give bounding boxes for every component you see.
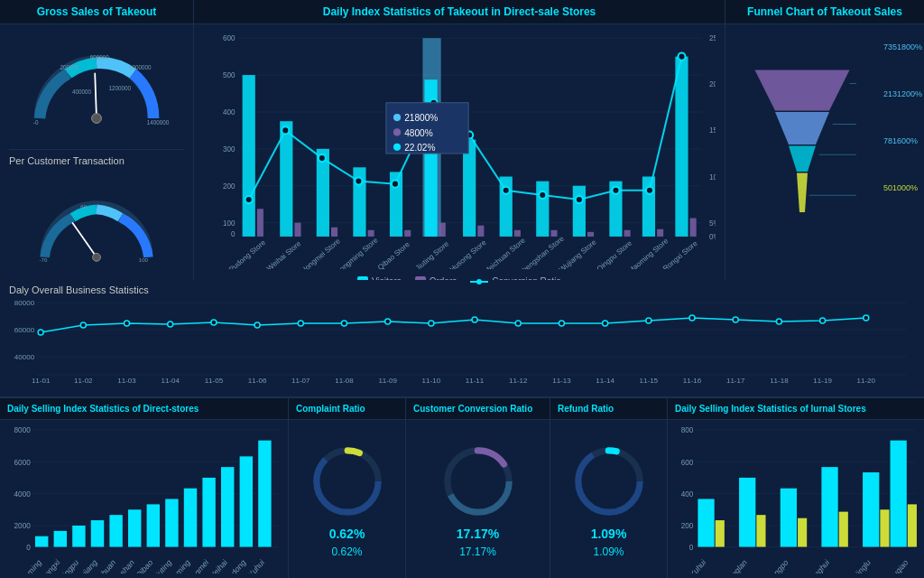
per-customer-title: Per Customer Transaction (0, 150, 193, 172)
svg-text:11-05: 11-05 (205, 377, 224, 384)
customer-conversion-gauge: 17.17% 17.17% (406, 420, 550, 578)
svg-text:Jiuting: Jiuting (152, 557, 172, 573)
refund-ratio-gauge: 1.09% 1.09% (550, 420, 667, 578)
svg-point-124 (733, 317, 738, 322)
svg-rect-159 (54, 531, 67, 547)
svg-point-112 (211, 320, 217, 325)
svg-text:1000000: 1000000 (129, 64, 152, 70)
svg-text:11-01: 11-01 (32, 377, 51, 384)
svg-text:10%: 10% (709, 173, 716, 182)
svg-point-114 (298, 321, 303, 326)
svg-rect-46 (463, 140, 476, 237)
svg-text:11-08: 11-08 (335, 377, 354, 384)
svg-point-121 (603, 321, 608, 326)
refund-gauge-svg (568, 441, 650, 522)
complaint-gauge-svg (307, 441, 388, 522)
svg-rect-47 (477, 226, 484, 237)
svg-point-71 (646, 187, 653, 194)
funnel-container: 7351800% 2131200% 781600% 501000% (725, 24, 924, 292)
svg-rect-58 (675, 57, 688, 237)
svg-rect-210 (756, 515, 765, 546)
refund-ratio-sub: 1.09% (593, 545, 624, 558)
middle-row: Daly Overall Business Statistics 80000 6… (0, 280, 924, 397)
svg-text:Qibao Store: Qibao Store (376, 240, 411, 269)
svg-text:600: 600 (223, 34, 236, 42)
svg-text:5%: 5% (709, 219, 716, 228)
funnel-title: Funnel Chart of Takeout Sales (725, 0, 924, 24)
center-panel: Daily Index Statistics of Takeout in Dir… (194, 0, 725, 292)
complaint-ratio-gauge: 0.62% 0.62% (289, 420, 405, 578)
svg-point-116 (385, 319, 391, 324)
svg-text:200000: 200000 (60, 64, 80, 70)
svg-text:11-18: 11-18 (770, 377, 789, 384)
svg-rect-49 (514, 230, 521, 237)
svg-line-9 (73, 223, 97, 257)
svg-point-125 (776, 319, 781, 324)
daily-index-title: Daily Index Statistics of Takeout in Dir… (194, 0, 725, 24)
svg-point-63 (355, 178, 362, 185)
svg-rect-33 (243, 75, 255, 237)
svg-rect-34 (257, 209, 263, 237)
svg-text:Weihai: Weihai (207, 557, 228, 573)
svg-text:Meichuan Store: Meichuan Store (483, 236, 528, 268)
svg-text:Dapuqiao: Dapuqiao (882, 557, 910, 573)
daily-selling-direct-chart: 8000 6000 4000 2000 0 (0, 420, 288, 578)
svg-text:Xuhui: Xuhui (688, 557, 707, 573)
complaint-ratio-value: 0.62% (329, 527, 365, 541)
svg-rect-170 (258, 441, 271, 547)
customer-conversion-panel: Customer Conversion Ratio 17.17% 17.17% (406, 398, 550, 578)
svg-text:0%: 0% (709, 233, 716, 241)
svg-rect-169 (240, 456, 253, 546)
bottom-row: Daily Selling Index Statistics of Direct… (0, 397, 924, 578)
svg-point-64 (392, 181, 399, 188)
svg-text:Maoming: Maoming (15, 557, 43, 573)
funnel-label-4: 501000% (883, 183, 922, 192)
svg-point-72 (678, 53, 685, 61)
svg-text:Xuhui: Xuhui (246, 557, 265, 573)
overall-chart-svg: 80000 60000 40000 (9, 298, 915, 384)
conversion-ratio-sub: 17.17% (459, 545, 496, 558)
svg-text:800: 800 (681, 425, 694, 435)
svg-text:40000: 40000 (14, 353, 35, 361)
svg-text:6000: 6000 (14, 457, 31, 467)
svg-point-123 (689, 315, 695, 321)
svg-marker-96 (797, 172, 808, 212)
direct-stores-svg: 8000 6000 4000 2000 0 (5, 424, 283, 573)
svg-rect-211 (798, 518, 807, 547)
svg-text:60: 60 (80, 203, 87, 210)
svg-text:Ganghui: Ganghui (806, 557, 831, 573)
funnel-value-labels: 7351800% 2131200% 781600% 501000% (883, 42, 922, 192)
svg-rect-38 (331, 228, 337, 237)
svg-text:11-12: 11-12 (509, 377, 528, 384)
svg-point-74 (393, 114, 401, 121)
svg-text:-70: -70 (39, 256, 47, 263)
svg-text:0: 0 (689, 542, 694, 552)
svg-rect-209 (716, 520, 725, 546)
svg-point-68 (539, 191, 546, 199)
svg-rect-206 (821, 467, 837, 546)
svg-rect-213 (880, 509, 889, 546)
svg-text:200: 200 (223, 182, 236, 191)
svg-text:8000: 8000 (14, 425, 31, 435)
svg-rect-50 (536, 182, 549, 237)
svg-point-117 (429, 321, 434, 326)
svg-text:60000: 60000 (14, 326, 35, 334)
svg-text:600: 600 (681, 457, 694, 467)
svg-text:11-10: 11-10 (422, 377, 441, 384)
svg-point-69 (576, 196, 583, 203)
left-panel: Gross Sales of Takeout (0, 0, 194, 292)
svg-text:11-17: 11-17 (726, 377, 745, 384)
svg-text:20%: 20% (709, 80, 716, 89)
svg-text:0: 0 (26, 543, 31, 553)
conversion-icon (470, 281, 488, 283)
svg-rect-165 (165, 499, 178, 547)
svg-text:1400000: 1400000 (147, 119, 170, 126)
svg-text:11-13: 11-13 (552, 377, 571, 384)
svg-text:11-02: 11-02 (74, 377, 93, 384)
complaint-ratio-title: Complaint Ratio (289, 398, 405, 420)
svg-text:11-20: 11-20 (857, 377, 876, 384)
svg-rect-164 (147, 504, 160, 546)
daily-index-chart-area: 600 500 400 300 200 100 0 25% 20% 15% 10… (194, 24, 725, 274)
svg-rect-208 (891, 441, 907, 547)
svg-text:800000: 800000 (90, 54, 110, 61)
